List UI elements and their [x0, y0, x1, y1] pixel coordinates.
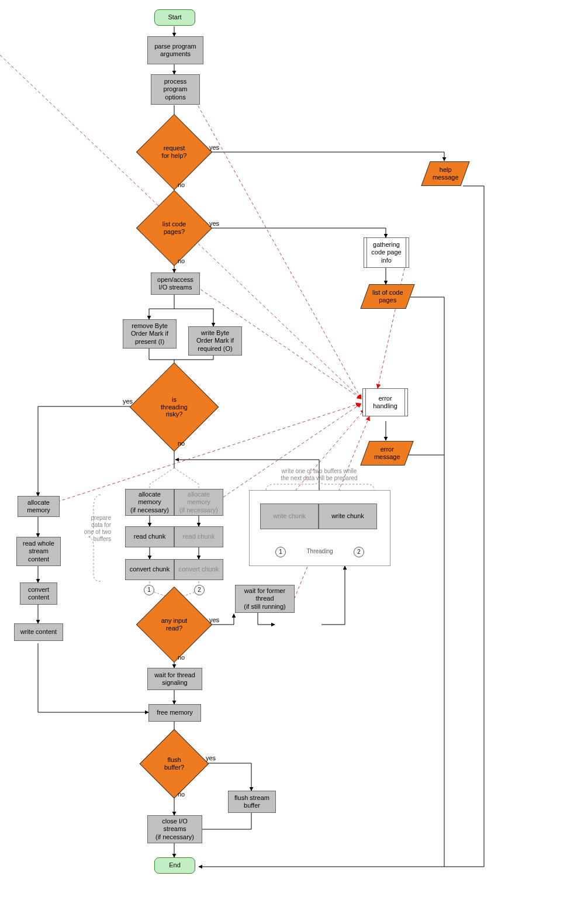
node-write-chunk-1: write chunk: [260, 504, 319, 529]
node-read-chunk-1: read chunk: [125, 526, 174, 547]
node-close-io: close I/O streams (if necessary): [147, 815, 202, 843]
node-alloc-memory-left: allocate memory: [18, 496, 60, 517]
svg-line-29: [223, 404, 361, 497]
edge-label-no: no: [178, 654, 185, 661]
node-request-help: request for help?: [147, 125, 201, 179]
edge-label-yes: yes: [209, 220, 219, 227]
node-threading-risky: is threading risky?: [143, 375, 206, 439]
node-alloc-2: allocate memory (if necessary): [174, 489, 223, 516]
badge-thread-2: 2: [354, 547, 364, 557]
svg-line-32: [378, 253, 408, 388]
node-free-memory: free memory: [148, 704, 201, 722]
edge-label-yes: yes: [209, 144, 219, 151]
node-list-codepages-output: list of code pages: [360, 284, 414, 309]
node-parse-args: parse program arguments: [147, 36, 203, 64]
threading-label: Threading: [296, 548, 343, 555]
node-end: End: [154, 857, 195, 874]
edge-label-yes: yes: [123, 398, 133, 405]
node-error-message: error message: [360, 441, 413, 466]
node-convert-chunk-1: convert chunk: [125, 559, 174, 580]
badge-thread-1: 1: [275, 547, 286, 557]
edge-label-yes: yes: [206, 754, 216, 761]
node-write-content: write content: [14, 623, 63, 641]
node-write-bom: write Byte Order Mark if required (O): [188, 326, 242, 356]
annotation-prepare: prepare data for one of two buffers: [76, 515, 111, 543]
node-read-whole: read whole stream content: [16, 537, 61, 566]
svg-line-28: [57, 404, 360, 502]
annotation-write-note: write one of two buffers while the next …: [261, 468, 378, 482]
node-write-chunk-2: write chunk: [319, 504, 377, 529]
node-convert-chunk-2: convert chunk: [174, 559, 223, 580]
edge-label-no: no: [178, 181, 185, 188]
edge-label-no: no: [178, 257, 185, 264]
badge-buffer-2: 2: [194, 585, 205, 595]
node-convert-content: convert content: [20, 582, 57, 605]
threading-group: write chunk write chunk 1 2 Threading: [249, 490, 390, 566]
node-alloc-1: allocate memory (if necessary): [125, 489, 174, 516]
node-read-chunk-2: read chunk: [174, 526, 223, 547]
edge-label-yes: yes: [209, 616, 219, 623]
edge-label-no: no: [178, 791, 185, 798]
flowchart-canvas: Start End parse program arguments proces…: [0, 0, 567, 924]
node-wait-former-thread: wait for former thread (if still running…: [235, 585, 295, 613]
node-gather-codepage: gathering code page info: [364, 237, 409, 268]
node-remove-bom: remove Byte Order Mark if present (I): [123, 319, 177, 349]
node-open-io: open/access I/O streams: [151, 273, 200, 295]
node-flush-buffer: flush buffer?: [150, 739, 199, 788]
edge-label-no: no: [178, 440, 185, 447]
node-process-opts: process program options: [151, 74, 200, 105]
node-any-input: any input read?: [147, 598, 201, 651]
node-flush-stream: flush stream buffer: [228, 791, 276, 813]
node-start: Start: [154, 9, 195, 26]
node-error-handling: error handling: [362, 388, 408, 416]
node-wait-signal: wait for thread signaling: [147, 668, 202, 690]
node-list-code-pages: list code pages?: [147, 201, 201, 255]
badge-buffer-1: 1: [144, 585, 154, 595]
